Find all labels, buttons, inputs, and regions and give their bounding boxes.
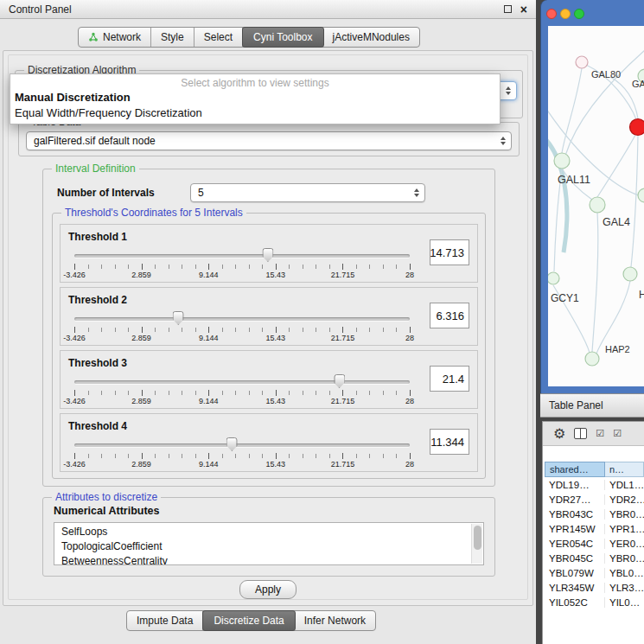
tab-label: Discretize Data bbox=[214, 615, 284, 627]
float-window-icon[interactable] bbox=[504, 5, 512, 13]
attribute-item[interactable]: SelfLoops bbox=[61, 525, 469, 539]
list-scrollbar[interactable] bbox=[471, 524, 482, 564]
apply-button[interactable]: Apply bbox=[239, 580, 296, 599]
threshold-row: Threshold 4 11.344 -3.4262.8599.14415.43… bbox=[60, 413, 478, 472]
table-cell: YPR145W bbox=[545, 524, 605, 534]
slider-ticks bbox=[74, 328, 410, 332]
slider-ticks bbox=[74, 265, 410, 269]
tab-style[interactable]: Style bbox=[151, 28, 194, 47]
network-node bbox=[585, 352, 599, 366]
dropdown-option-manual[interactable]: Manual Discretization bbox=[10, 90, 500, 105]
column-header-shared[interactable]: shared… bbox=[545, 462, 605, 477]
tab-select[interactable]: Select bbox=[194, 28, 243, 47]
slider-track[interactable] bbox=[74, 254, 410, 258]
major-tick bbox=[74, 327, 75, 333]
tab-discretize-data[interactable]: Discretize Data bbox=[202, 610, 295, 631]
slider-ticks bbox=[74, 454, 410, 458]
major-tick bbox=[142, 327, 143, 333]
major-tick bbox=[208, 453, 209, 459]
numerical-attributes-list[interactable]: SelfLoopsTopologicalCoefficientBetweenne… bbox=[54, 522, 484, 565]
slider-thumb[interactable] bbox=[262, 248, 273, 262]
major-tick bbox=[410, 264, 411, 270]
table-row[interactable]: YLR345W YLR3… bbox=[545, 580, 644, 595]
close-icon[interactable]: × bbox=[520, 3, 527, 16]
tab-impute-data[interactable]: Impute Data bbox=[127, 611, 203, 630]
attribute-item[interactable]: TopologicalCoefficient bbox=[61, 539, 469, 554]
table-row[interactable]: YIL052C YIL0… bbox=[545, 595, 644, 609]
column-header-name[interactable]: n… bbox=[605, 462, 644, 477]
scale-label: 28 bbox=[405, 397, 414, 405]
table-cell: YPR1… bbox=[605, 524, 644, 534]
close-traffic-icon[interactable] bbox=[546, 9, 557, 19]
network-nodes[interactable] bbox=[548, 56, 644, 366]
checkbox-icon[interactable]: ☑ bbox=[613, 428, 622, 439]
table-row[interactable]: YDL19… YDL1… bbox=[545, 477, 644, 492]
numerical-attributes-title: Numerical Attributes bbox=[54, 505, 159, 517]
zoom-traffic-icon[interactable] bbox=[574, 9, 584, 19]
table-row[interactable]: YBR043C YBR0… bbox=[545, 507, 644, 521]
dropdown-placeholder: Select algorithm to view settings bbox=[10, 74, 500, 90]
threshold-slider[interactable]: -3.4262.8599.14415.4321.71528 bbox=[74, 310, 410, 345]
table-row[interactable]: YDR27… YDR2… bbox=[545, 492, 644, 507]
node-label: GAL80 bbox=[591, 69, 621, 80]
tab-infer-network[interactable]: Infer Network bbox=[295, 611, 375, 630]
table-cell: YER0… bbox=[605, 539, 644, 549]
threshold-value-field[interactable]: 21.4 bbox=[430, 366, 469, 392]
network-node bbox=[548, 272, 559, 284]
node-label: HAP2 bbox=[605, 344, 630, 354]
table-cell: YDL19… bbox=[545, 480, 605, 490]
minimize-traffic-icon[interactable] bbox=[560, 9, 571, 19]
columns-icon[interactable] bbox=[574, 428, 587, 439]
table-cell: YLR3… bbox=[605, 583, 644, 593]
network-canvas[interactable]: GAL80 GA GAL11 GAL4 GCY1 H HAP2 bbox=[548, 26, 644, 386]
algorithm-dropdown: Select algorithm to view settings Manual… bbox=[10, 73, 501, 124]
dropdown-option-equal-width[interactable]: Equal Width/Frequency Discretization bbox=[10, 105, 500, 121]
table-row[interactable]: YBR045C YBR0… bbox=[545, 551, 644, 565]
table-row[interactable]: YPR145W YPR1… bbox=[545, 521, 644, 536]
threshold-slider[interactable]: -3.4262.8599.14415.4321.71528 bbox=[74, 247, 410, 282]
table-panel-titlebar: Table Panel bbox=[540, 393, 644, 418]
major-tick bbox=[410, 327, 411, 333]
gear-icon[interactable]: ⚙ bbox=[553, 427, 565, 441]
window-traffic-lights bbox=[546, 9, 584, 19]
num-intervals-combo[interactable]: 5 bbox=[190, 183, 425, 202]
tab-jactivemnodules[interactable]: jActiveMNodules bbox=[323, 28, 419, 47]
screen: Control Panel × Network Style Select Cyn… bbox=[0, 0, 644, 644]
scale-label: 15.43 bbox=[266, 271, 286, 279]
checkbox-icon[interactable]: ☑ bbox=[596, 428, 604, 439]
threshold-value-field[interactable]: 6.316 bbox=[430, 303, 469, 328]
slider-track[interactable] bbox=[74, 380, 410, 384]
major-tick bbox=[142, 390, 143, 396]
scrollbar-thumb[interactable] bbox=[474, 526, 481, 550]
table-rows: YDL19… YDL1… YDR27… YDR2… YBR043C YBR0… … bbox=[545, 477, 644, 644]
thresholds-list: Threshold 1 14.713 -3.4262.8599.14415.43… bbox=[53, 224, 485, 476]
threshold-value-field[interactable]: 11.344 bbox=[430, 429, 469, 455]
combo-stepper-icon bbox=[506, 86, 511, 95]
table-cell: YIL0… bbox=[605, 597, 644, 608]
tab-label: jActiveMNodules bbox=[333, 31, 410, 43]
slider-thumb[interactable] bbox=[173, 311, 184, 325]
tab-label: Style bbox=[161, 31, 184, 43]
scale-label: 21.715 bbox=[331, 397, 355, 405]
slider-thumb[interactable] bbox=[334, 374, 345, 388]
table-data-group: Table Data galFiltered.sif default node bbox=[18, 122, 520, 156]
threshold-slider[interactable]: -3.4262.8599.14415.4321.71528 bbox=[74, 373, 410, 408]
combo-stepper-icon bbox=[414, 188, 419, 197]
slider-track[interactable] bbox=[74, 443, 410, 447]
slider-thumb[interactable] bbox=[226, 437, 238, 451]
threshold-slider[interactable]: -3.4262.8599.14415.4321.71528 bbox=[74, 437, 410, 471]
group-title: Interval Definition bbox=[52, 163, 139, 175]
tab-cyni-toolbox[interactable]: Cyni Toolbox bbox=[242, 27, 323, 48]
table-row[interactable]: YER054C YER0… bbox=[545, 536, 644, 551]
tab-network[interactable]: Network bbox=[79, 28, 151, 47]
threshold-label: Threshold 1 bbox=[68, 231, 127, 243]
scale-label: 9.144 bbox=[199, 397, 219, 405]
attribute-item[interactable]: BetweennessCentrality bbox=[61, 554, 469, 565]
threshold-value-field[interactable]: 14.713 bbox=[430, 239, 469, 265]
table-panel-title: Table Panel bbox=[549, 399, 603, 411]
table-row[interactable]: YBL079W YBL0… bbox=[545, 565, 644, 580]
table-cell: YER054C bbox=[545, 539, 605, 549]
slider-track[interactable] bbox=[74, 317, 410, 321]
table-data-combo[interactable]: galFiltered.sif default node bbox=[26, 131, 512, 150]
node-label: GA bbox=[632, 79, 644, 89]
